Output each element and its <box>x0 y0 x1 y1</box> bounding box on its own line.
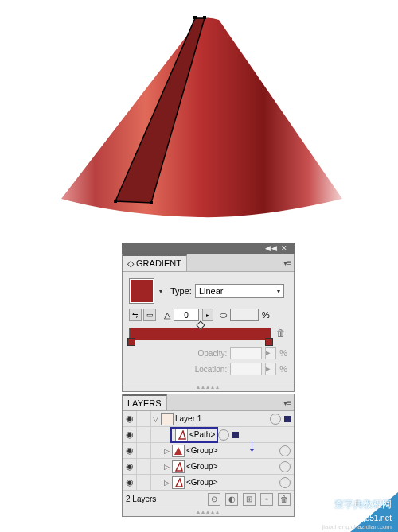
collapse-icon[interactable]: ◀◀ <box>265 244 278 252</box>
type-label: Type: <box>170 286 192 296</box>
layers-count: 2 Layers <box>126 495 156 503</box>
sublayer-row-path[interactable]: ◉ <Path> <box>123 427 294 443</box>
lock-column[interactable] <box>137 411 151 427</box>
opacity-input[interactable] <box>230 347 262 359</box>
panel-menu-icon[interactable]: ▾≡ <box>281 394 294 410</box>
angle-input[interactable] <box>174 309 199 321</box>
watermark-url: jb51.net <box>363 514 392 522</box>
location-percent: % <box>279 364 287 374</box>
group-name[interactable]: <Group> <box>186 446 279 455</box>
delete-layer-icon[interactable]: 🗑 <box>278 493 291 506</box>
panel-resize-grip[interactable]: ▴▴▴▴▴ <box>123 382 294 391</box>
lock-column[interactable] <box>137 443 151 459</box>
panel-menu-icon[interactable]: ▾≡ <box>281 254 294 271</box>
new-sublayer-icon[interactable]: ⊞ <box>243 493 256 506</box>
new-layer-icon[interactable]: ▫ <box>260 493 273 506</box>
gradient-stop-left[interactable] <box>127 338 135 346</box>
watermark-text: 查字典教程网 <box>334 498 392 511</box>
target-icon[interactable] <box>270 414 281 425</box>
target-icon[interactable] <box>279 445 291 456</box>
layer-name[interactable]: Layer 1 <box>175 414 270 423</box>
trash-icon[interactable]: 🗑 <box>275 328 287 340</box>
close-icon[interactable]: ✕ <box>281 244 288 252</box>
aspect-icon: ⬭ <box>220 310 227 320</box>
gradient-panel: ◇ GRADIENT ▾≡ ▾ Type: Linear ▾ ⇋ ▭ △ <box>122 254 295 392</box>
sublayer-row-group[interactable]: ◉ ▷ <Group> <box>123 475 294 491</box>
type-dropdown[interactable]: Linear ▾ <box>195 284 284 298</box>
lock-column[interactable] <box>137 427 151 443</box>
target-icon[interactable] <box>279 461 291 472</box>
gradient-fill-swatch[interactable] <box>129 278 154 304</box>
canvas-artwork <box>0 0 398 239</box>
angle-icon: △ <box>164 310 170 320</box>
group-thumbnail <box>172 476 185 489</box>
gradient-tab[interactable]: ◇ GRADIENT <box>123 254 187 271</box>
angle-stepper[interactable]: ▸ <box>202 309 213 321</box>
disclosure-triangle[interactable]: ▷ <box>162 447 170 455</box>
visibility-icon[interactable]: ◉ <box>123 443 137 459</box>
disclosure-triangle[interactable]: ▷ <box>162 463 170 471</box>
opacity-label: Opacity: <box>198 349 228 358</box>
gradient-ramp[interactable] <box>129 328 271 340</box>
gradient-tool-icon[interactable]: ▭ <box>143 309 156 321</box>
annotation-arrow-icon: ↓ <box>248 435 256 456</box>
selection-indicator <box>284 416 291 422</box>
sublayer-row-group[interactable]: ◉ ▷ <Group> <box>123 459 294 475</box>
opacity-stepper[interactable]: ▸ <box>265 347 276 359</box>
cone-illustration <box>60 12 346 219</box>
swatch-dropdown-arrow[interactable]: ▾ <box>159 288 162 295</box>
layers-panel: LAYERS ▾≡ ◉ ▽ Layer 1 ◉ <box>122 394 295 517</box>
visibility-icon[interactable]: ◉ <box>123 411 137 427</box>
layers-tab[interactable]: LAYERS <box>123 394 167 410</box>
opacity-percent: % <box>279 348 287 358</box>
make-clipping-mask-icon[interactable]: ◐ <box>225 493 238 506</box>
sublayer-row-group[interactable]: ◉ ▷ <Group> <box>123 443 294 459</box>
location-input[interactable] <box>230 363 262 375</box>
location-stepper[interactable]: ▸ <box>265 363 276 375</box>
selection-indicator <box>232 432 239 438</box>
group-name[interactable]: <Group> <box>186 478 279 487</box>
group-thumbnail <box>172 445 185 457</box>
disclosure-triangle[interactable]: ▽ <box>151 415 159 423</box>
group-name[interactable]: <Group> <box>186 462 279 471</box>
svg-rect-1 <box>203 16 206 19</box>
lock-column[interactable] <box>137 459 151 475</box>
percent-label: % <box>262 310 270 320</box>
locate-object-icon[interactable]: ⊙ <box>208 493 220 506</box>
selected-path-highlight: <Path> <box>170 427 218 443</box>
svg-rect-2 <box>114 200 117 203</box>
gradient-midpoint[interactable] <box>196 320 205 329</box>
visibility-icon[interactable]: ◉ <box>123 475 137 491</box>
target-icon[interactable] <box>218 429 229 441</box>
svg-rect-0 <box>193 16 197 19</box>
aspect-input[interactable] <box>230 309 259 321</box>
location-label: Location: <box>195 365 228 374</box>
layer-thumbnail <box>161 413 174 425</box>
group-thumbnail <box>172 460 185 473</box>
visibility-icon[interactable]: ◉ <box>123 427 137 443</box>
disclosure-triangle[interactable]: ▷ <box>162 479 170 487</box>
svg-rect-3 <box>150 201 153 204</box>
path-name[interactable]: <Path> <box>189 430 215 439</box>
panel-resize-grip[interactable]: ▴▴▴▴▴ <box>123 507 294 516</box>
gradient-stop-right[interactable] <box>265 338 273 346</box>
visibility-icon[interactable]: ◉ <box>123 459 137 475</box>
chevron-down-icon: ▾ <box>277 288 280 295</box>
watermark-url2: jiaocheng.chazidian.com <box>322 523 392 530</box>
layer-row[interactable]: ◉ ▽ Layer 1 <box>123 411 294 427</box>
lock-column[interactable] <box>137 475 151 491</box>
reverse-gradient-icon[interactable]: ⇋ <box>129 309 142 321</box>
target-icon[interactable] <box>279 477 291 488</box>
panel-titlebar[interactable]: ◀◀ ✕ <box>122 243 295 254</box>
path-thumbnail <box>175 429 188 441</box>
